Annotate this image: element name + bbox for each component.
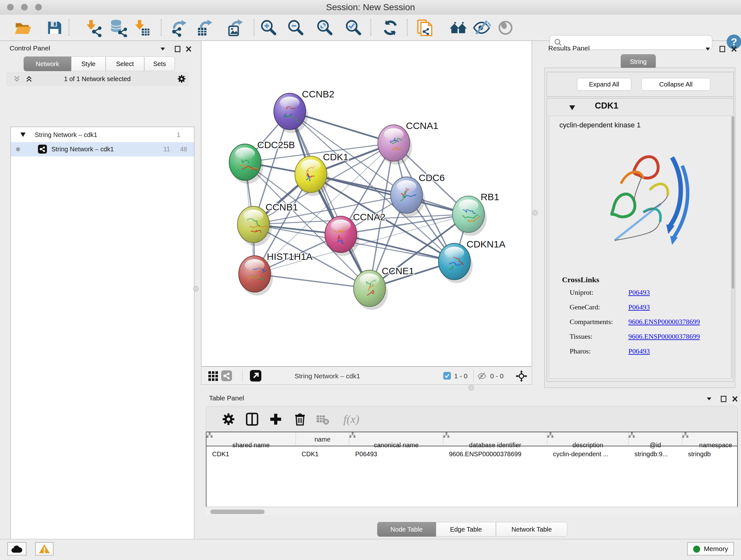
control-panel-float-icon[interactable] bbox=[174, 45, 182, 53]
column-header-shared-name[interactable]: shared name bbox=[206, 432, 296, 446]
network-collection-row[interactable]: String Network – cdk1 1 bbox=[11, 128, 194, 142]
graph-node-CDC6[interactable] bbox=[391, 177, 422, 213]
table-settings-gear-icon[interactable] bbox=[221, 412, 237, 427]
tab-string[interactable]: String bbox=[621, 54, 656, 69]
grid-view-icon[interactable] bbox=[208, 371, 218, 381]
graph-node-CCNB2[interactable] bbox=[274, 93, 306, 130]
right-splitter-handle[interactable] bbox=[532, 210, 538, 215]
add-column-icon[interactable] bbox=[269, 412, 284, 427]
import-table-file-button[interactable] bbox=[132, 18, 151, 37]
zoom-fit-button[interactable] bbox=[315, 18, 334, 37]
tab-network[interactable]: Network bbox=[23, 57, 71, 71]
table-cell[interactable]: 9606.ENSP00000378699 bbox=[443, 447, 547, 461]
results-panel-close-icon[interactable] bbox=[730, 45, 738, 53]
graph-node-RB1[interactable] bbox=[453, 196, 484, 233]
crosslink-link[interactable]: 9606.ENSP00000378699 bbox=[628, 332, 700, 341]
tab-node-table[interactable]: Node Table bbox=[377, 522, 436, 537]
left-splitter-handle[interactable] bbox=[193, 286, 199, 292]
export-image-button[interactable] bbox=[226, 18, 245, 37]
delete-table-icon[interactable] bbox=[315, 412, 331, 427]
node-table[interactable]: shared namenamecanonical namedatabase id… bbox=[206, 432, 738, 507]
column-header-canonical-name[interactable]: canonical name bbox=[349, 432, 443, 446]
table-cell[interactable]: CDK1 bbox=[206, 447, 296, 461]
graph-node-CCNB1[interactable] bbox=[238, 206, 269, 243]
tree-expand-caret-icon[interactable] bbox=[20, 132, 25, 137]
table-toolbar: f(x) bbox=[206, 406, 738, 432]
refresh-view-icon bbox=[381, 18, 400, 37]
graph-node-CCNA2[interactable] bbox=[325, 216, 357, 253]
expand-all-button[interactable]: Expand All bbox=[577, 78, 631, 91]
graph-node-CDK1[interactable] bbox=[295, 156, 327, 192]
delete-column-icon[interactable] bbox=[293, 412, 308, 427]
refresh-view-button[interactable] bbox=[381, 18, 400, 37]
open-in-window-icon[interactable] bbox=[250, 370, 261, 381]
control-panel-menu-caret-icon[interactable] bbox=[159, 45, 166, 53]
tab-sets[interactable]: Sets bbox=[144, 57, 175, 71]
function-builder-icon[interactable]: f(x) bbox=[337, 412, 366, 427]
tab-network-table[interactable]: Network Table bbox=[496, 522, 567, 537]
entry-collapse-caret-icon[interactable] bbox=[569, 105, 575, 110]
network-status-dot bbox=[16, 147, 20, 151]
memory-button[interactable]: Memory bbox=[687, 542, 734, 556]
crosslink-link[interactable]: P06493 bbox=[628, 288, 650, 297]
show-columns-icon[interactable] bbox=[245, 412, 260, 427]
network-view-statusbar: String Network – cdk1 1 - 0 0 - 0 bbox=[201, 367, 532, 385]
graph-node-HIST1H1A[interactable] bbox=[239, 256, 271, 292]
import-network-file-button[interactable] bbox=[84, 18, 103, 37]
results-panel-menu-caret-icon[interactable] bbox=[704, 45, 712, 53]
selected-checkbox-icon[interactable] bbox=[443, 372, 451, 380]
birds-eye-button[interactable] bbox=[496, 18, 515, 37]
tab-edge-table[interactable]: Edge Table bbox=[436, 522, 496, 537]
table-panel-menu-caret-icon[interactable] bbox=[705, 395, 713, 402]
zoom-in-icon bbox=[259, 18, 278, 37]
zoom-in-button[interactable] bbox=[259, 18, 278, 37]
tab-select[interactable]: Select bbox=[106, 57, 144, 71]
string-home-button[interactable] bbox=[449, 18, 468, 37]
cloud-status-button[interactable] bbox=[7, 542, 26, 556]
network-view-canvas[interactable]: CCNB2CCNA1CDC25BCDK1CDC6RB1CCNB1CCNA2CDK… bbox=[201, 41, 532, 367]
graph-node-CCNA1[interactable] bbox=[378, 125, 410, 161]
table-cell[interactable]: stringdb:9... bbox=[629, 447, 682, 461]
clone-network-button[interactable] bbox=[415, 18, 434, 37]
column-header-database-identifier[interactable]: database identifier bbox=[443, 432, 547, 446]
table-cell[interactable]: P06493 bbox=[349, 447, 443, 461]
collapse-all-button[interactable]: Collapse All bbox=[642, 78, 711, 91]
zoom-out-button[interactable] bbox=[286, 18, 305, 37]
tab-style[interactable]: Style bbox=[71, 57, 106, 71]
zoom-selected-button[interactable] bbox=[344, 18, 362, 37]
open-session-button[interactable] bbox=[13, 18, 32, 37]
crosslink-link[interactable]: P06493 bbox=[628, 347, 650, 355]
table-cell[interactable]: stringdb bbox=[682, 447, 738, 461]
hidden-elements-eye-icon[interactable] bbox=[477, 371, 487, 381]
table-cell[interactable]: CDK1 bbox=[296, 447, 349, 461]
warnings-button[interactable] bbox=[35, 542, 54, 556]
column-header--id[interactable]: @id bbox=[629, 432, 682, 446]
control-panel-close-icon[interactable] bbox=[185, 45, 192, 53]
export-table-button[interactable] bbox=[196, 18, 214, 37]
hide-graphics-button[interactable] bbox=[472, 18, 491, 37]
network-options-gear-icon[interactable] bbox=[177, 74, 185, 82]
pan-crosshair-icon[interactable] bbox=[516, 370, 527, 382]
network-type-badge-icon[interactable] bbox=[221, 370, 232, 381]
table-cell[interactable]: cyclin-dependent ... bbox=[547, 447, 629, 461]
table-hscrollbar[interactable] bbox=[206, 508, 738, 515]
results-scrollbar[interactable] bbox=[731, 116, 735, 378]
column-header-description[interactable]: description bbox=[547, 432, 629, 446]
results-panel-float-icon[interactable] bbox=[719, 45, 726, 53]
column-header-namespace[interactable]: namespace bbox=[682, 432, 738, 446]
import-network-database-button[interactable] bbox=[109, 18, 128, 37]
graph-node-CCNE1[interactable] bbox=[354, 270, 386, 307]
crosslink-link[interactable]: 9606.ENSP00000378699 bbox=[628, 318, 700, 326]
graph-node-CDKN1A[interactable] bbox=[439, 243, 470, 280]
network-row[interactable]: String Network – cdk1 11 48 bbox=[11, 142, 194, 157]
table-panel-float-icon[interactable] bbox=[720, 395, 728, 402]
table-panel-close-icon[interactable] bbox=[731, 395, 739, 402]
zoom-selected-icon bbox=[344, 18, 362, 37]
save-session-button[interactable] bbox=[45, 18, 64, 37]
network-graph[interactable]: CCNB2CCNA1CDC25BCDK1CDC6RB1CCNB1CCNA2CDK… bbox=[201, 41, 532, 366]
graph-node-CDC25B[interactable] bbox=[229, 144, 261, 180]
crosslink-label: Pharos: bbox=[569, 347, 591, 355]
export-network-button[interactable] bbox=[170, 18, 188, 37]
column-header-name[interactable]: name bbox=[296, 432, 349, 446]
crosslink-link[interactable]: P06493 bbox=[628, 303, 650, 311]
